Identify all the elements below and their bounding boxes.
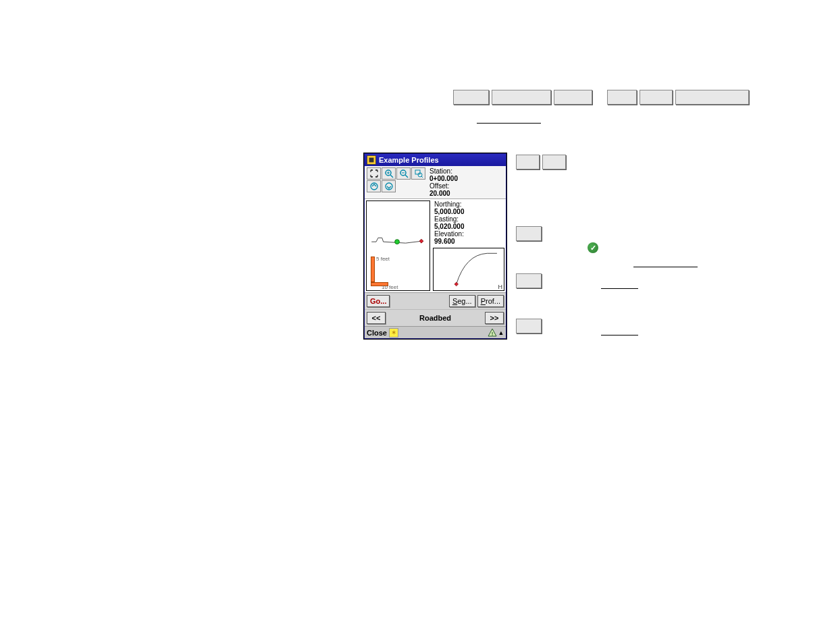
nav-row: << Roadbed >> — [365, 309, 506, 326]
station-value: 0+00.000 — [429, 175, 504, 182]
plan-view[interactable]: 5 feet 10 feet — [366, 200, 430, 291]
svg-rect-8 — [415, 170, 420, 174]
toolbar: Station: 0+00.000 Offset: 20.000 — [365, 166, 506, 199]
zoom-window-icon[interactable] — [411, 167, 425, 180]
seg-button[interactable]: Seg... — [449, 295, 475, 307]
svg-marker-15 — [454, 282, 458, 286]
svg-line-10 — [421, 176, 423, 178]
zoom-in-icon[interactable] — [382, 167, 396, 180]
blank-button[interactable] — [516, 319, 542, 333]
northing-value: 5,000.000 — [434, 208, 503, 215]
scale-vertical — [371, 257, 375, 282]
profile-window: Example Profiles Sta — [364, 153, 506, 339]
underline — [633, 267, 698, 267]
h-label: H — [498, 284, 503, 290]
scale-vertical-label: 5 feet — [376, 256, 390, 262]
button-pair — [516, 155, 566, 169]
svg-line-2 — [390, 175, 393, 178]
prev-button[interactable]: << — [367, 312, 386, 324]
blank-button[interactable] — [516, 155, 540, 169]
status-bar: Close ✶ ! ▲ — [365, 326, 506, 338]
offset-label: Offset: — [429, 182, 504, 190]
action-button-row: Go... Seg... Prof... — [365, 292, 506, 309]
star-icon[interactable]: ✶ — [389, 328, 398, 338]
scale-horizontal-label: 10 feet — [382, 284, 398, 290]
blank-button[interactable] — [492, 90, 551, 105]
underline — [601, 288, 638, 289]
underline — [477, 123, 541, 124]
titlebar: Example Profiles — [365, 154, 506, 166]
svg-point-13 — [395, 240, 400, 244]
pan-up-icon[interactable] — [367, 180, 381, 192]
offset-value: 20.000 — [429, 190, 504, 197]
check-icon: ✓ — [588, 242, 598, 253]
blank-button[interactable] — [640, 90, 673, 105]
svg-rect-0 — [369, 158, 374, 163]
blank-button[interactable] — [542, 155, 566, 169]
info-panel-top: Station: 0+00.000 Offset: 20.000 — [425, 167, 504, 197]
prof-button[interactable]: Prof... — [477, 295, 504, 307]
zoom-extents-icon[interactable] — [367, 167, 381, 180]
blank-button[interactable] — [554, 90, 592, 105]
station-label: Station: — [429, 167, 504, 175]
svg-text:!: ! — [492, 331, 494, 337]
underline — [601, 335, 638, 336]
northing-label: Northing: — [434, 200, 503, 208]
app-icon — [367, 155, 376, 165]
segment-name: Roadbed — [388, 314, 483, 322]
next-button[interactable]: >> — [485, 312, 504, 324]
blank-button[interactable] — [607, 90, 637, 105]
elevation-label: Elevation: — [434, 230, 503, 238]
blank-button[interactable] — [516, 226, 542, 241]
pan-down-icon[interactable] — [382, 180, 396, 192]
elevation-value: 99.600 — [434, 238, 503, 245]
svg-line-6 — [405, 175, 408, 178]
blank-button[interactable] — [675, 90, 749, 105]
blank-button[interactable] — [516, 273, 542, 288]
svg-marker-14 — [419, 239, 423, 243]
window-title: Example Profiles — [379, 156, 439, 164]
empty — [411, 180, 425, 192]
close-button[interactable]: Close — [367, 329, 387, 337]
info-panel-coords: Northing: 5,000.000 Easting: 5,020.000 E… — [432, 199, 506, 246]
up-arrow-icon[interactable]: ▲ — [498, 328, 504, 338]
toolbar-row-1 — [453, 90, 749, 105]
blank-button[interactable] — [453, 90, 489, 105]
zoom-out-icon[interactable] — [396, 167, 411, 180]
empty — [396, 180, 411, 192]
easting-label: Easting: — [434, 215, 503, 223]
go-button[interactable]: Go... — [367, 295, 390, 307]
easting-value: 5,020.000 — [434, 223, 503, 230]
cross-section-view[interactable]: H — [433, 248, 504, 291]
warning-icon[interactable]: ! — [488, 328, 497, 338]
